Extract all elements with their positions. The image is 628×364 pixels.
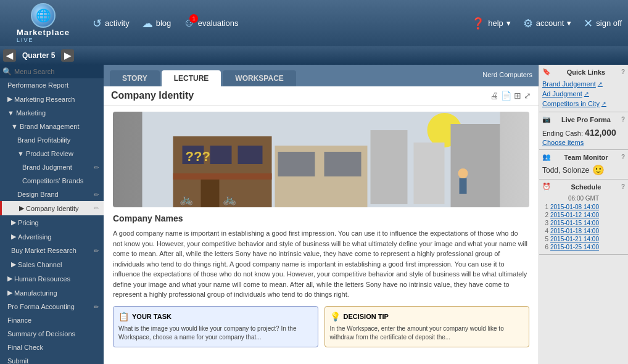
sidebar-item-pricing[interactable]: ▶ Pricing xyxy=(0,215,104,230)
quarter-prev[interactable]: ◀ xyxy=(3,49,16,62)
quarter-bar: ◀ Quarter 5 ▶ xyxy=(0,46,628,65)
sidebar-item-sales-channel[interactable]: ▶ Sales Channel xyxy=(0,257,104,271)
layout-icon[interactable]: ⊞ xyxy=(514,91,521,101)
sidebar-item-human-resources[interactable]: ▶ Human Resources xyxy=(0,271,104,286)
ext-icon-0: ↗ xyxy=(598,81,603,87)
sidebar-item-company-identity[interactable]: ▶ Company Identity ✏ xyxy=(0,201,104,215)
buy-market-research-edit-icon: ✏ xyxy=(94,247,99,254)
nav-blog[interactable]: ☁ blog xyxy=(142,17,171,30)
nav-account[interactable]: ⚙ account ▾ xyxy=(523,17,572,30)
live-pro-forma-label: Live Pro Forma xyxy=(561,116,611,123)
schedule-date-4[interactable]: 2015-01-18 14:00 xyxy=(550,228,599,234)
live-pro-forma-help[interactable]: ? xyxy=(621,116,625,123)
decision-tip-label: DECISION TIP xyxy=(344,313,389,320)
content-area: STORY LECTURE WORKSPACE Nerd Computers C… xyxy=(104,65,628,364)
tab-lecture[interactable]: LECTURE xyxy=(162,70,221,86)
sidebar-item-marketing[interactable]: ▼ Marketing xyxy=(0,106,104,120)
sidebar-item-marketing-research[interactable]: ▶ Marketing Research xyxy=(0,92,104,106)
task-icon: 📋 xyxy=(118,312,129,321)
signoff-icon: ✕ xyxy=(584,17,593,30)
evaluations-badge: 1 xyxy=(189,14,198,23)
lecture-body: ??? 🚲 🚲 xyxy=(104,105,539,364)
team-monitor-label: Team Monitor xyxy=(564,154,608,161)
search-input[interactable] xyxy=(14,68,101,75)
nav-help[interactable]: ❓ help ▾ xyxy=(471,17,511,30)
schedule-row-5: 5 2015-01-21 14:00 xyxy=(542,235,625,243)
ending-cash-row: Ending Cash: 412,000 xyxy=(542,126,625,139)
quarter-next[interactable]: ▶ xyxy=(61,49,74,62)
main-layout: 🔍 Performance Report ▶ Marketing Researc… xyxy=(0,65,628,364)
schedule-row-3: 3 2015-01-15 14:00 xyxy=(542,219,625,227)
sidebar-item-pro-forma-accounting[interactable]: Pro Forma Accounting ✏ xyxy=(0,300,104,313)
nav-activity[interactable]: ↺ activity xyxy=(93,17,130,30)
svg-rect-7 xyxy=(210,146,232,164)
team-monitor-icon: 👥 xyxy=(542,153,551,161)
ext-icon-1: ↗ xyxy=(584,91,589,97)
sidebar-item-product-review[interactable]: ▼ Product Review xyxy=(0,147,104,160)
decision-tip-text: In the Workspace, enter the amount your … xyxy=(330,325,524,342)
sidebar-item-brand-judgment[interactable]: Brand Judgment ✏ xyxy=(0,160,104,174)
schedule-help[interactable]: ? xyxy=(621,183,625,190)
your-task-header: 📋 YOUR TASK xyxy=(118,312,313,321)
print-icon[interactable]: 🖨 xyxy=(490,91,498,101)
schedule-date-5[interactable]: 2015-01-21 14:00 xyxy=(550,236,599,242)
quick-links-section: 🔖 Quick Links ? Brand Judgement ↗ Ad Jud… xyxy=(539,65,628,112)
svg-text:???: ??? xyxy=(186,149,210,164)
top-bar: 🌐 Marketplace LIVE ↺ activity ☁ blog ☺ 1… xyxy=(0,0,628,46)
schedule-row-1: 1 2015-01-08 14:00 xyxy=(542,203,625,211)
brand-judgment-edit-icon: ✏ xyxy=(94,164,99,171)
lecture-image: ??? 🚲 🚲 xyxy=(113,112,529,207)
ending-cash-value: 412,000 xyxy=(585,128,616,138)
schedule-row-6: 6 2015-01-25 14:00 xyxy=(542,243,625,251)
company-identity-edit-icon: ✏ xyxy=(94,205,99,212)
schedule-date-2[interactable]: 2015-01-12 14:00 xyxy=(550,212,599,218)
sidebar-item-competitors-brands[interactable]: Competitors' Brands xyxy=(0,174,104,188)
svg-rect-2 xyxy=(371,130,408,204)
company-name-label: Nerd Computers xyxy=(482,71,532,78)
svg-rect-10 xyxy=(201,178,220,207)
schedule-date-6[interactable]: 2015-01-25 14:00 xyxy=(550,244,599,250)
choose-items-link[interactable]: Choose items xyxy=(542,139,625,146)
quick-link-ad-judgment[interactable]: Ad Judgment ↗ xyxy=(542,89,625,99)
account-icon: ⚙ xyxy=(523,17,533,30)
svg-rect-13 xyxy=(173,173,272,180)
decision-tip-box: 💡 DECISION TIP In the Workspace, enter t… xyxy=(324,306,530,347)
section-title: Company Names xyxy=(113,213,529,223)
sidebar-item-performance-report[interactable]: Performance Report xyxy=(0,78,104,92)
schedule-date-1[interactable]: 2015-01-08 14:00 xyxy=(550,204,599,210)
help-icon: ❓ xyxy=(471,17,485,30)
sidebar-search: 🔍 xyxy=(0,65,104,78)
nav-evaluations[interactable]: ☺ 1 evaluations xyxy=(183,17,238,30)
quick-link-brand-judgement[interactable]: Brand Judgement ↗ xyxy=(542,79,625,89)
sidebar-item-manufacturing[interactable]: ▶ Manufacturing xyxy=(0,286,104,300)
sidebar-item-brand-management[interactable]: ▼ Brand Management xyxy=(0,120,104,133)
sidebar-item-finance[interactable]: Finance xyxy=(0,313,104,327)
logo-area: 🌐 Marketplace LIVE xyxy=(6,3,80,43)
quick-links-header: 🔖 Quick Links ? xyxy=(542,68,625,76)
expand-icon[interactable]: ⤢ xyxy=(524,91,531,101)
tab-story[interactable]: STORY xyxy=(110,70,160,86)
sidebar-item-advertising[interactable]: ▶ Advertising xyxy=(0,230,104,244)
tab-workspace[interactable]: WORKSPACE xyxy=(223,70,295,86)
smiley-icon: 🙂 xyxy=(592,164,605,176)
sidebar-item-final-check[interactable]: Final Check xyxy=(0,341,104,354)
quick-link-competitors-in-city[interactable]: Competitors in City ↗ xyxy=(542,99,625,109)
svg-text:🚲: 🚲 xyxy=(180,192,194,206)
view-icon[interactable]: 📄 xyxy=(501,91,511,101)
quarter-nav: ◀ Quarter 5 ▶ xyxy=(3,49,74,62)
sidebar-item-buy-market-research[interactable]: Buy Market Research ✏ xyxy=(0,244,104,257)
quick-links-help[interactable]: ? xyxy=(621,68,625,75)
schedule-icon: ⏰ xyxy=(542,183,551,191)
sidebar-item-brand-profitability[interactable]: Brand Profitability xyxy=(0,133,104,147)
schedule-header: ⏰ Schedule ? xyxy=(542,183,625,191)
top-nav-right: ❓ help ▾ ⚙ account ▾ ✕ sign off xyxy=(471,17,622,30)
team-monitor-help[interactable]: ? xyxy=(621,154,625,160)
sidebar-item-summary-of-decisions[interactable]: Summary of Decisions xyxy=(0,327,104,341)
sidebar-item-submit[interactable]: Submit xyxy=(0,354,104,364)
schedule-row-4: 4 2015-01-18 14:00 xyxy=(542,227,625,235)
logo-sub: LIVE xyxy=(17,37,70,43)
main-content: STORY LECTURE WORKSPACE Nerd Computers C… xyxy=(104,65,539,364)
sidebar-item-design-brand[interactable]: Design Brand ✏ xyxy=(0,188,104,201)
nav-signoff[interactable]: ✕ sign off xyxy=(584,17,622,30)
schedule-date-3[interactable]: 2015-01-15 14:00 xyxy=(550,220,599,226)
